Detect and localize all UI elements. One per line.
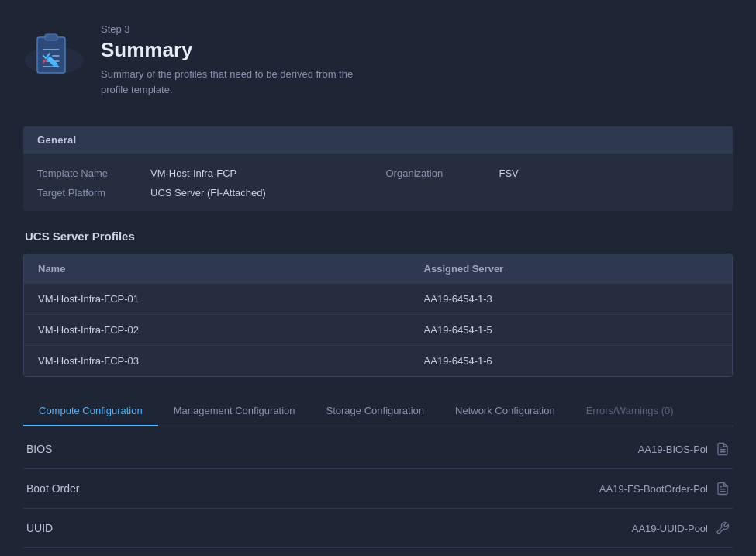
ucs-profiles-section: UCS Server Profiles Name Assigned Server… [23, 230, 733, 377]
tab-network[interactable]: Network Configuration [440, 395, 571, 426]
tabs-bar: Compute ConfigurationManagement Configur… [23, 395, 733, 426]
tab-storage[interactable]: Storage Configuration [311, 395, 440, 426]
config-value: AA19-BIOS-Pol [638, 444, 708, 455]
config-value-group: AA19-UUID-Pool [632, 521, 730, 535]
svg-rect-2 [45, 34, 57, 40]
template-name-value: VM-Host-Infra-FCP [150, 167, 236, 179]
tab-management[interactable]: Management Configuration [158, 395, 311, 426]
table-row: VM-Host-Infra-FCP-03 AA19-6454-1-6 [24, 346, 732, 377]
config-value: AA19-FS-BootOrder-Pol [599, 483, 708, 495]
general-section-header: General [23, 126, 733, 154]
tab-compute[interactable]: Compute Configuration [23, 395, 158, 426]
general-info-grid: Template Name VM-Host-Infra-FCP Organiza… [37, 167, 719, 199]
col-header-name: Name [24, 254, 410, 284]
step-description: Summary of the profiles that need to be … [101, 67, 372, 97]
target-platform-row: Target Platform UCS Server (FI-Attached) [37, 187, 371, 199]
tab-content: BIOS AA19-BIOS-Pol Boot Order AA19-FS-Bo… [23, 430, 733, 548]
tab-errors: Errors/Warnings (0) [571, 395, 689, 426]
config-value-group: AA19-FS-BootOrder-Pol [599, 482, 730, 496]
template-name-row: Template Name VM-Host-Infra-FCP [37, 167, 371, 179]
cell-server: AA19-6454-1-3 [410, 284, 732, 315]
table-row: VM-Host-Infra-FCP-02 AA19-6454-1-5 [24, 315, 732, 346]
config-row: BIOS AA19-BIOS-Pol [23, 430, 733, 469]
table-header-row: Name Assigned Server [24, 254, 732, 284]
step-title: Summary [101, 38, 372, 62]
organization-value: FSV [499, 167, 519, 179]
general-section: General Template Name VM-Host-Infra-FCP … [23, 126, 733, 211]
col-header-server: Assigned Server [410, 254, 732, 284]
cell-server: AA19-6454-1-6 [410, 346, 732, 377]
config-label: UUID [26, 522, 53, 534]
cell-name: VM-Host-Infra-FCP-03 [24, 346, 410, 377]
cell-name: VM-Host-Infra-FCP-01 [24, 284, 410, 315]
config-value: AA19-UUID-Pool [632, 523, 708, 534]
document-icon [716, 442, 730, 456]
organization-label: Organization [386, 167, 487, 179]
ucs-profiles-title: UCS Server Profiles [23, 230, 733, 243]
target-platform-label: Target Platform [37, 187, 138, 199]
svg-rect-1 [37, 37, 65, 73]
cell-name: VM-Host-Infra-FCP-02 [24, 315, 410, 346]
target-platform-value: UCS Server (FI-Attached) [150, 187, 266, 199]
organization-row: Organization FSV [386, 167, 720, 179]
template-name-label: Template Name [37, 167, 138, 179]
tools-icon [716, 521, 730, 535]
page-header: Step 3 Summary Summary of the profiles t… [23, 16, 733, 105]
config-label: BIOS [26, 443, 52, 455]
step-label: Step 3 [101, 23, 372, 35]
header-icon [23, 29, 85, 92]
config-row: Boot Order AA19-FS-BootOrder-Pol [23, 469, 733, 509]
ucs-profiles-table-container: Name Assigned Server VM-Host-Infra-FCP-0… [23, 254, 733, 377]
general-section-body: Template Name VM-Host-Infra-FCP Organiza… [23, 154, 733, 211]
header-text: Step 3 Summary Summary of the profiles t… [101, 23, 372, 97]
config-label: Boot Order [26, 482, 79, 495]
config-row: UUID AA19-UUID-Pool [23, 509, 733, 548]
ucs-profiles-table: Name Assigned Server VM-Host-Infra-FCP-0… [24, 254, 732, 376]
table-row: VM-Host-Infra-FCP-01 AA19-6454-1-3 [24, 284, 732, 315]
tabs-container: Compute ConfigurationManagement Configur… [23, 395, 733, 548]
cell-server: AA19-6454-1-5 [410, 315, 732, 346]
document-icon [716, 482, 730, 496]
config-value-group: AA19-BIOS-Pol [638, 442, 730, 456]
